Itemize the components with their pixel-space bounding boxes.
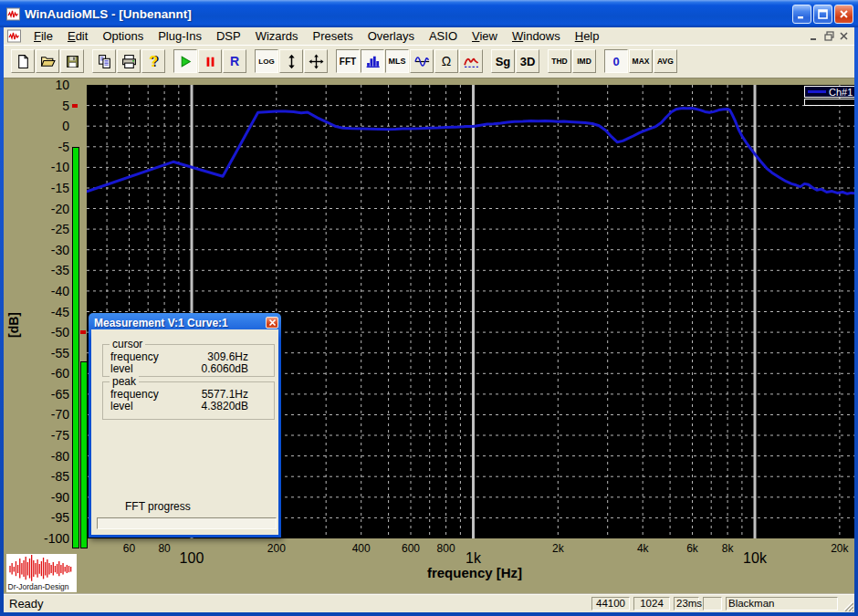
legend-slot-empty <box>804 99 856 106</box>
menu-bar: FileEditOptionsPlug-InsDSPWizardsPresets… <box>4 27 854 45</box>
svg-text:?: ? <box>149 54 158 68</box>
toolbar-button-response[interactable] <box>459 49 483 73</box>
app-icon[interactable] <box>6 7 20 21</box>
x-tick-label: 600 <box>392 542 429 555</box>
x-tick-label: 2k <box>539 542 576 555</box>
menu-edit[interactable]: Edit <box>60 27 95 45</box>
y-tick-label: -30 <box>4 244 69 257</box>
status-panel-44100: 44100 <box>591 597 630 611</box>
status-panel-Blackman: Blackman <box>726 597 838 611</box>
toolbar-button-mls[interactable]: MLS <box>385 49 409 73</box>
toolbar-button-play[interactable] <box>173 49 197 73</box>
toolbar-button-zero[interactable]: 0 <box>604 49 628 73</box>
x-tick-label: 4k <box>624 542 661 555</box>
toolbar-button-log-scale[interactable]: LOG <box>255 49 278 73</box>
menu-overlays[interactable]: Overlays <box>361 27 422 45</box>
impedance-label: Ω <box>442 54 451 68</box>
y-tick-label: -75 <box>4 429 69 443</box>
toolbar-group: FFTMLSΩ <box>336 49 484 73</box>
mdi-minimize-button[interactable] <box>810 31 820 41</box>
resize-grip[interactable] <box>842 600 853 611</box>
toolbar-button-signal-generator[interactable]: Sg <box>491 49 515 73</box>
mdi-close-button[interactable] <box>839 31 849 41</box>
menu-dsp[interactable]: DSP <box>209 27 248 45</box>
dialog-titlebar[interactable]: Measurement V:1 Curve:1 <box>91 316 278 329</box>
row-value: 0.6060dB <box>202 363 248 375</box>
toolbar-button-fft[interactable]: FFT <box>336 49 360 73</box>
x-tick-label: 20k <box>821 542 858 555</box>
toolbar-button-impedance[interactable]: Ω <box>434 49 458 73</box>
y-tick-label: -80 <box>4 450 69 464</box>
x-tick-label: 200 <box>258 542 295 555</box>
menu-view[interactable]: View <box>465 27 505 45</box>
level-meter-bar <box>72 147 79 548</box>
menu-wizards[interactable]: Wizards <box>248 27 306 45</box>
dialog-close-icon[interactable] <box>266 317 278 329</box>
toolbar-button-copy[interactable] <box>92 49 116 73</box>
toolbar-button-help[interactable]: ?? <box>141 49 165 73</box>
logo-text: Dr-Jordan-Design <box>8 582 69 591</box>
toolbar-group: 0MAXAVG <box>604 49 678 73</box>
toolbar-button-max[interactable]: MAX <box>629 49 653 73</box>
play-icon <box>178 54 194 69</box>
x-tick-label: 60 <box>111 542 148 555</box>
toolbar-button-thd[interactable]: THD <box>548 49 571 73</box>
toolbar-button-pause[interactable] <box>198 49 222 73</box>
toolbar-button-open-file[interactable] <box>36 49 59 73</box>
save-file-icon <box>65 54 80 69</box>
level-meter-bar <box>80 361 88 548</box>
toolbar-button-view-3d[interactable]: 3D <box>516 49 539 73</box>
log-scale-label: LOG <box>258 57 274 66</box>
menu-asio[interactable]: ASIO <box>422 27 465 45</box>
y-tick-label: -90 <box>4 491 69 505</box>
toolbar-button-print[interactable] <box>117 49 141 73</box>
mdi-restore-button[interactable] <box>824 31 834 41</box>
max-label: MAX <box>633 57 650 66</box>
open-file-icon <box>40 54 56 69</box>
dialog-row-level: level0.6060dB <box>103 363 274 375</box>
minimize-button[interactable] <box>792 5 811 24</box>
y-tick-label: 5 <box>4 99 69 113</box>
toolbar: ??RLOGFFTMLSΩSg3DTHDIMD0MAXAVG <box>4 45 854 78</box>
menu-plug-ins[interactable]: Plug-Ins <box>151 27 209 45</box>
toolbar-button-imd[interactable]: IMD <box>572 49 596 73</box>
menu-presets[interactable]: Presets <box>306 27 361 45</box>
group-label: cursor <box>110 339 145 350</box>
dialog-group-cursor: cursorfrequency309.6Hzlevel0.6060dB <box>102 344 275 377</box>
dialog-group-peak: peakfrequency5577.1Hzlevel4.3820dB <box>102 381 275 420</box>
x-tick-label-major: 100 <box>164 550 219 567</box>
y-tick-label: -25 <box>4 223 69 236</box>
close-button[interactable] <box>834 5 853 24</box>
spectrum-icon <box>365 54 381 69</box>
y-tick-label: 0 <box>4 120 69 133</box>
menu-options[interactable]: Options <box>95 27 151 45</box>
pause-icon <box>203 54 218 69</box>
maximize-button[interactable] <box>813 5 832 24</box>
menu-file[interactable]: File <box>26 27 60 45</box>
toolbar-group: Sg3D <box>491 49 540 73</box>
toolbar-group: LOG <box>255 49 329 73</box>
dialog-title: Measurement V:1 Curve:1 <box>91 317 266 329</box>
menu-help[interactable]: Help <box>568 27 607 45</box>
toolbar-button-spectrum[interactable] <box>361 49 384 73</box>
y-tick-label: -95 <box>4 511 69 525</box>
y-tick-label: -55 <box>4 347 69 360</box>
legend-label: Ch#1 <box>829 87 853 98</box>
menu-windows[interactable]: Windows <box>505 27 568 45</box>
toolbar-button-zoom-vertical[interactable] <box>279 49 303 73</box>
mls-label: MLS <box>389 57 406 66</box>
title-bar: WinAudioMLS - [Unbenannt] <box>0 0 858 27</box>
toolbar-button-reset[interactable]: R <box>223 49 246 73</box>
toolbar-button-pan[interactable] <box>304 49 328 73</box>
fft-label: FFT <box>340 57 356 67</box>
view-3d-label: 3D <box>520 55 536 68</box>
toolbar-button-new-file[interactable] <box>11 49 35 73</box>
dialog-row-level: level4.3820dB <box>103 401 274 412</box>
y-tick-label: -20 <box>4 203 69 216</box>
window-title: WinAudioMLS - [Unbenannt] <box>25 7 792 21</box>
toolbar-button-save-file[interactable] <box>60 49 84 73</box>
document-icon[interactable] <box>7 29 21 43</box>
toolbar-button-signal[interactable] <box>410 49 434 73</box>
zoom-vertical-icon <box>284 54 299 69</box>
toolbar-button-avg[interactable]: AVG <box>654 49 677 73</box>
